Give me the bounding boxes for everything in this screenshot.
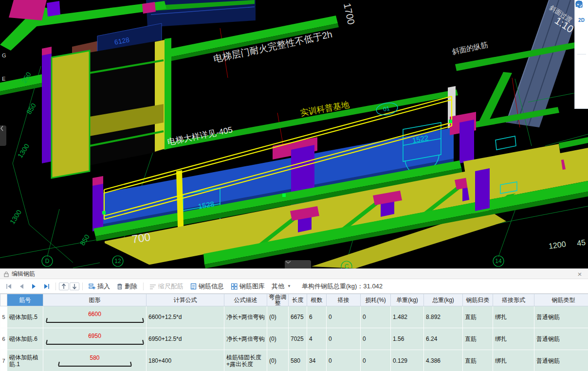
rebar-shape-length: 6600: [88, 311, 101, 318]
cell-name[interactable]: 砌体加筋.5: [7, 306, 43, 328]
cell-lap[interactable]: 0: [327, 306, 361, 328]
column-header-9[interactable]: 单重(kg): [391, 294, 424, 306]
column-header-5[interactable]: 长度: [289, 294, 307, 306]
cell-length[interactable]: 7025: [289, 328, 307, 350]
cell-desc[interactable]: 净长+两倍弯钩: [224, 306, 267, 328]
other-menu-button[interactable]: 其他 ▼: [269, 281, 294, 292]
column-header-7[interactable]: 搭接: [327, 294, 361, 306]
cell-count[interactable]: 6: [307, 306, 327, 328]
cell-shape[interactable]: 6950: [43, 328, 147, 350]
move-row-up-button[interactable]: [59, 283, 69, 290]
toolbar-separator: [82, 283, 83, 290]
cell-total_weight[interactable]: 4.386: [424, 350, 463, 371]
column-header-11[interactable]: 钢筋归类: [463, 294, 493, 306]
column-header-4[interactable]: 弯曲调整: [267, 294, 289, 306]
delete-button[interactable]: 删除: [114, 281, 140, 292]
cell-category[interactable]: 直筋: [463, 306, 493, 328]
cascade-windows-icon[interactable]: [576, 41, 587, 52]
panel-title-bar[interactable]: 编辑钢筋 ×: [0, 268, 588, 279]
view-toolbar: 2D: [574, 0, 588, 109]
column-header-10[interactable]: 总重(kg): [424, 294, 463, 306]
cell-lap[interactable]: 0: [327, 328, 361, 350]
cell-category[interactable]: 直筋: [463, 350, 493, 371]
row-index[interactable]: 6: [0, 328, 7, 350]
cell-name[interactable]: 砌体加筋.6: [7, 328, 43, 350]
cell-length[interactable]: 6675: [289, 306, 307, 328]
row-index[interactable]: 7: [0, 350, 7, 371]
cell-rebar_type[interactable]: 普通钢筋: [534, 306, 588, 328]
cell-rebar_type[interactable]: 普通钢筋: [534, 328, 588, 350]
column-header-2[interactable]: 计算公式: [147, 294, 224, 306]
column-header-1[interactable]: 图形: [43, 294, 147, 306]
rebar-shape-bar: [58, 362, 131, 367]
rebar-info-button[interactable]: 钢筋信息: [187, 281, 227, 292]
cell-lap[interactable]: 0: [327, 350, 361, 371]
cell-unit_weight[interactable]: 1.482: [391, 306, 424, 328]
collapse-left-panel[interactable]: [0, 125, 6, 146]
cell-count[interactable]: 4: [307, 328, 327, 350]
viewport-3d[interactable]: 电梯层门耐火完整性不低于2h 电梯大样详见-405 实训科普基地 01 斜面的纵…: [0, 0, 588, 268]
rebar-shape-bar: [46, 340, 144, 345]
cell-rebar_type[interactable]: 普通钢筋: [534, 350, 588, 371]
column-header-12[interactable]: 搭接形式: [493, 294, 534, 306]
insert-button[interactable]: 插入: [86, 281, 113, 292]
total-weight: 单构件钢筋总重(kg)：31.042: [302, 282, 383, 291]
cell-total_weight[interactable]: 8.892: [424, 306, 463, 328]
move-row-down-button[interactable]: [70, 283, 79, 290]
iso-cube-icon[interactable]: [576, 70, 587, 81]
cell-bend[interactable]: (0): [267, 328, 289, 350]
cell-unit_weight[interactable]: 1.56: [391, 328, 424, 350]
column-header-6[interactable]: 根数: [307, 294, 327, 306]
last-row-button[interactable]: [40, 282, 53, 291]
cell-name[interactable]: 砌体加筋植筋.1: [7, 350, 43, 371]
column-header-13[interactable]: 钢筋类型: [534, 294, 588, 306]
cell-bend[interactable]: (0): [267, 350, 289, 371]
cell-unit_weight[interactable]: 0.129: [391, 350, 424, 371]
cell-count[interactable]: 34: [307, 350, 327, 371]
view-2d-icon[interactable]: 2D: [576, 15, 587, 25]
table-row: 7砌体加筋植筋.1580180+400植筋锚固长度+露出长度(0)5803400…: [0, 350, 588, 371]
column-header-8[interactable]: 损耗(%): [361, 294, 391, 306]
axis-label-12: 12: [114, 258, 121, 265]
cell-loss[interactable]: 0: [361, 306, 391, 328]
column-header-0[interactable]: 筋号: [7, 294, 43, 306]
axis-label-g: G: [2, 53, 6, 58]
cell-formula[interactable]: 6600+12.5*d: [147, 306, 224, 328]
panel-title: 编辑钢筋: [12, 270, 35, 278]
cell-length[interactable]: 580: [289, 350, 307, 371]
rebar-library-button[interactable]: 钢筋图库: [228, 281, 268, 292]
first-row-button[interactable]: [3, 282, 15, 291]
row-index[interactable]: 5: [0, 306, 7, 328]
table-header-row: 筋号图形计算公式公式描述弯曲调整长度根数搭接损耗(%)单重(kg)总重(kg)钢…: [0, 294, 588, 306]
axis-label-e: E: [2, 76, 5, 82]
collapse-bottom-panel[interactable]: [285, 260, 311, 268]
cell-total_weight[interactable]: 6.24: [424, 328, 463, 350]
next-row-button[interactable]: [28, 282, 39, 291]
cell-lap_form[interactable]: 绑扎: [493, 350, 534, 371]
scale-rebar-button[interactable]: 缩尺配筋: [147, 281, 186, 292]
rebar-shape: 6600: [46, 311, 143, 323]
small-box-icon[interactable]: [576, 57, 587, 68]
lock-icon: [4, 271, 9, 277]
cell-loss[interactable]: 0: [361, 328, 391, 350]
cell-formula[interactable]: 6950+12.5*d: [147, 328, 224, 350]
total-weight-value: 31.042: [363, 283, 383, 290]
single-window-icon[interactable]: [576, 28, 587, 38]
table-row: 6砌体加筋.669506950+12.5*d净长+两倍弯钩(0)70254001…: [0, 328, 588, 350]
column-header-3[interactable]: 公式描述: [224, 294, 267, 306]
table-row: 5砌体加筋.566006600+12.5*d净长+两倍弯钩(0)66756001…: [0, 306, 588, 328]
cell-category[interactable]: 直筋: [463, 328, 493, 350]
cell-lap_form[interactable]: 绑扎: [493, 306, 534, 328]
cell-lap_form[interactable]: 绑扎: [493, 328, 534, 350]
cell-shape[interactable]: 580: [43, 350, 147, 371]
cell-desc[interactable]: 净长+两倍弯钩: [224, 328, 267, 350]
cell-desc[interactable]: 植筋锚固长度+露出长度: [224, 350, 267, 371]
prev-row-button[interactable]: [16, 282, 27, 291]
cell-bend[interactable]: (0): [267, 306, 289, 328]
close-icon[interactable]: ×: [575, 270, 584, 278]
zoom-search-icon[interactable]: [576, 96, 587, 107]
section-box-icon[interactable]: [576, 83, 587, 94]
cell-formula[interactable]: 180+400: [147, 350, 224, 371]
cell-shape[interactable]: 6600: [43, 306, 147, 328]
cell-loss[interactable]: 0: [361, 350, 391, 371]
